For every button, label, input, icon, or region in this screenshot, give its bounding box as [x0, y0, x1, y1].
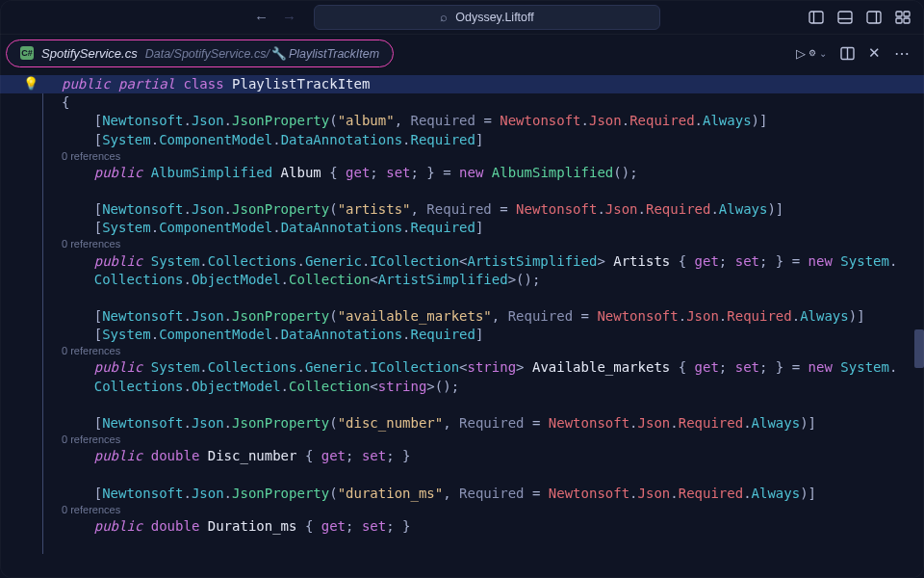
- svg-rect-8: [896, 18, 902, 23]
- codelens[interactable]: 0 references: [46, 149, 120, 164]
- svg-rect-7: [904, 12, 910, 16]
- tab-row: C# SpotifyService.cs Data/SpotifyService…: [0, 35, 924, 71]
- editor-tab[interactable]: C# SpotifyService.cs Data/SpotifyService…: [6, 39, 394, 67]
- tab-filename: SpotifyService.cs: [41, 46, 138, 61]
- wrench-icon: 🔧: [271, 47, 287, 61]
- codelens[interactable]: 0 references: [46, 503, 120, 517]
- panel-right-icon[interactable]: [866, 10, 882, 25]
- svg-rect-6: [896, 12, 902, 16]
- split-editor-icon[interactable]: [840, 46, 855, 61]
- codelens[interactable]: 0 references: [46, 344, 120, 358]
- search-icon: ⌕: [440, 10, 448, 24]
- codelens[interactable]: 0 references: [46, 433, 120, 447]
- minimap-thumb[interactable]: [914, 329, 924, 368]
- lightbulb-icon[interactable]: 💡: [23, 75, 38, 92]
- more-actions-icon[interactable]: ⋯: [894, 44, 911, 63]
- codelens[interactable]: 0 references: [46, 237, 120, 251]
- forward-arrow-icon[interactable]: →: [282, 9, 296, 25]
- csharp-icon: C#: [20, 46, 34, 60]
- svg-rect-0: [809, 12, 823, 23]
- layout-grid-icon[interactable]: [895, 10, 911, 25]
- search-text: Odyssey.Liftoff: [455, 11, 534, 24]
- titlebar: ← → ⌕ Odyssey.Liftoff: [0, 0, 924, 35]
- breadcrumb[interactable]: Data/SpotifyService.cs/🔧PlaylistTrackIte…: [145, 46, 379, 61]
- panel-left-icon[interactable]: [808, 10, 824, 25]
- svg-rect-4: [867, 12, 881, 23]
- layout-controls: [808, 10, 911, 25]
- svg-rect-9: [904, 18, 910, 23]
- nav-arrows: ← →: [254, 9, 296, 25]
- run-button[interactable]: ▷⚙ ⌄: [796, 46, 827, 61]
- tab-actions: ▷⚙ ⌄ ✕ ⋯: [796, 44, 911, 63]
- panel-bottom-icon[interactable]: [837, 10, 853, 25]
- code-editor[interactable]: 💡 public partial class PlaylistTrackItem…: [0, 71, 924, 578]
- command-center[interactable]: ⌕ Odyssey.Liftoff: [314, 5, 660, 30]
- close-tab-icon[interactable]: ✕: [868, 44, 881, 62]
- svg-rect-2: [838, 12, 852, 23]
- back-arrow-icon[interactable]: ←: [254, 9, 269, 25]
